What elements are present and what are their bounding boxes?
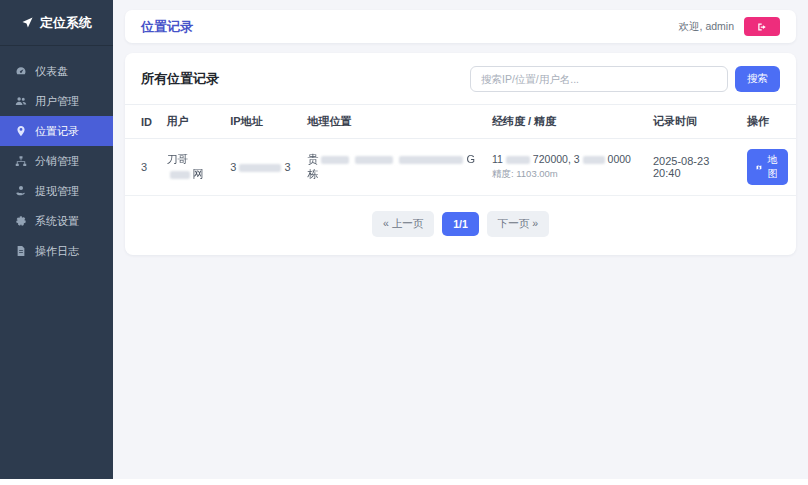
redacted-text [170, 171, 190, 179]
col-time: 记录时间 [645, 105, 739, 139]
logout-button[interactable] [744, 17, 780, 36]
location-arrow-icon [21, 16, 34, 29]
sidebar-nav: 仪表盘 用户管理 位置记录 分销管理 提现管理 [0, 56, 113, 266]
panel-header: 所有位置记录 搜索 [125, 53, 796, 104]
sidebar-item-users[interactable]: 用户管理 [0, 86, 113, 116]
welcome-text: 欢迎, admin [679, 20, 734, 34]
sidebar-item-label: 操作日志 [35, 244, 79, 259]
users-icon [14, 95, 27, 108]
sidebar-item-settings[interactable]: 系统设置 [0, 206, 113, 236]
app-title: 定位系统 [40, 14, 92, 32]
sidebar-item-label: 仪表盘 [35, 64, 68, 79]
withdraw-icon [14, 185, 27, 198]
map-button[interactable]: 地图 [747, 149, 788, 185]
redacted-text [399, 156, 463, 164]
map-icon [756, 163, 762, 172]
col-ip: IP地址 [222, 105, 299, 139]
sign-out-icon [757, 22, 767, 32]
current-page-indicator[interactable]: 1/1 [442, 212, 479, 236]
sidebar-item-label: 系统设置 [35, 214, 79, 229]
sidebar-item-location-records[interactable]: 位置记录 [0, 116, 113, 146]
window-bottom-edge [0, 479, 808, 485]
prev-page-button[interactable]: « 上一页 [372, 211, 434, 237]
redacted-text [321, 156, 349, 164]
cell-time: 2025-08-23 20:40 [645, 139, 739, 196]
panel-title: 所有位置记录 [141, 70, 219, 88]
cell-ip: 33 [222, 139, 299, 196]
sitemap-icon [14, 155, 27, 168]
cell-user: 刀哥网 [159, 139, 223, 196]
search-button[interactable]: 搜索 [735, 66, 780, 92]
col-actions: 操作 [739, 105, 796, 139]
redacted-text [239, 164, 281, 172]
cell-coords: 11720000, 30000 精度: 1103.00m [484, 139, 645, 196]
sidebar-item-label: 位置记录 [35, 124, 79, 139]
topbar: 位置记录 欢迎, admin [125, 10, 796, 43]
search-bar: 搜索 [470, 66, 780, 92]
redacted-text [583, 156, 605, 164]
sidebar-item-label: 提现管理 [35, 184, 79, 199]
log-icon [14, 245, 27, 258]
map-marker-icon [14, 125, 27, 138]
col-id: ID [125, 105, 159, 139]
cell-actions: 地图 [739, 139, 796, 196]
sidebar: 定位系统 仪表盘 用户管理 位置记录 分销管理 [0, 0, 113, 479]
sidebar-item-label: 分销管理 [35, 154, 79, 169]
sidebar-item-label: 用户管理 [35, 94, 79, 109]
col-coords: 经纬度 / 精度 [484, 105, 645, 139]
col-location: 地理位置 [299, 105, 484, 139]
redacted-text [355, 156, 393, 164]
app-logo: 定位系统 [0, 0, 113, 46]
records-panel: 所有位置记录 搜索 ID 用户 IP地址 地理位置 经纬度 / 精度 记录时间 [125, 53, 796, 255]
main-area: 位置记录 欢迎, admin 所有位置记录 搜索 ID 用户 [113, 0, 808, 479]
records-table: ID 用户 IP地址 地理位置 经纬度 / 精度 记录时间 操作 3 刀哥网 3… [125, 104, 796, 196]
dashboard-icon [14, 65, 27, 78]
page-title: 位置记录 [141, 18, 193, 36]
table-row: 3 刀哥网 33 贵G栋 11720000, 30000 精度: 1103.00… [125, 139, 796, 196]
cell-location: 贵G栋 [299, 139, 484, 196]
cell-id: 3 [125, 139, 159, 196]
col-user: 用户 [159, 105, 223, 139]
topbar-right: 欢迎, admin [679, 17, 780, 36]
sidebar-item-distribution[interactable]: 分销管理 [0, 146, 113, 176]
sidebar-item-logs[interactable]: 操作日志 [0, 236, 113, 266]
coordinates: 11720000, 30000 [492, 153, 637, 165]
sidebar-item-withdraw[interactable]: 提现管理 [0, 176, 113, 206]
accuracy-label: 精度: 1103.00m [492, 168, 637, 181]
next-page-button[interactable]: 下一页 » [487, 211, 549, 237]
table-header-row: ID 用户 IP地址 地理位置 经纬度 / 精度 记录时间 操作 [125, 105, 796, 139]
redacted-text [506, 156, 530, 164]
pagination: « 上一页 1/1 下一页 » [125, 196, 796, 251]
sidebar-item-dashboard[interactable]: 仪表盘 [0, 56, 113, 86]
search-input[interactable] [470, 66, 728, 92]
settings-icon [14, 215, 27, 228]
